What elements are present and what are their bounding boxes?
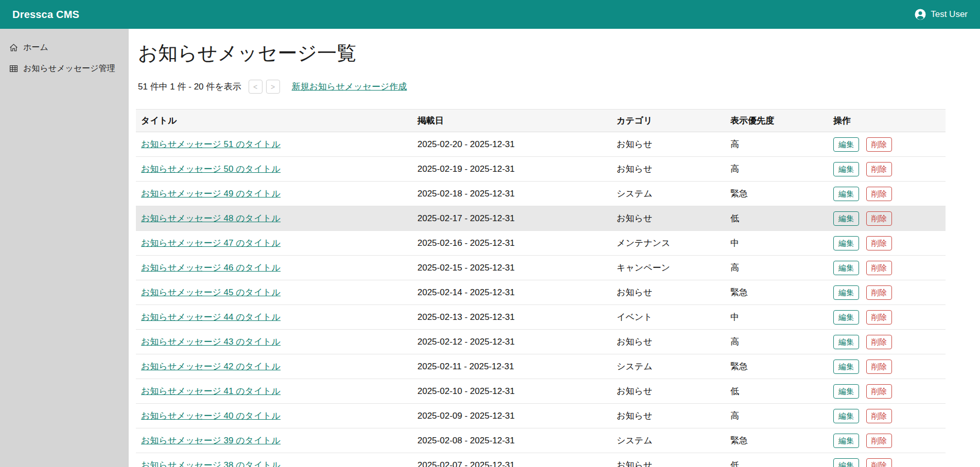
delete-button[interactable]: 削除: [866, 137, 892, 152]
layout: ホーム お知らせメッセージ管理 お知らせメッセージ一覧 51 件中 1 件 - …: [0, 29, 980, 467]
title-cell: お知らせメッセージ 38 のタイトル: [136, 453, 412, 467]
category-cell: システム: [611, 182, 725, 206]
period-cell: 2025-02-15 - 2025-12-31: [412, 256, 611, 280]
delete-button[interactable]: 削除: [866, 360, 892, 374]
edit-button[interactable]: 編集: [833, 360, 859, 374]
message-title-link[interactable]: お知らせメッセージ 40 のタイトル: [141, 411, 281, 421]
edit-button[interactable]: 編集: [833, 458, 859, 467]
table-row: お知らせメッセージ 40 のタイトル 2025-02-09 - 2025-12-…: [136, 404, 946, 428]
sidebar-item-message-admin[interactable]: お知らせメッセージ管理: [0, 58, 129, 79]
actions-cell: 編集 削除: [828, 206, 946, 231]
edit-button[interactable]: 編集: [833, 310, 859, 325]
edit-button[interactable]: 編集: [833, 211, 859, 226]
title-cell: お知らせメッセージ 42 のタイトル: [136, 354, 412, 379]
edit-button[interactable]: 編集: [833, 285, 859, 300]
edit-button[interactable]: 編集: [833, 137, 859, 152]
delete-button[interactable]: 削除: [866, 285, 892, 300]
actions-cell: 編集 削除: [828, 231, 946, 256]
delete-button[interactable]: 削除: [866, 458, 892, 467]
title-cell: お知らせメッセージ 51 のタイトル: [136, 132, 412, 157]
message-title-link[interactable]: お知らせメッセージ 45 のタイトル: [141, 288, 281, 297]
priority-cell: 緊急: [725, 280, 828, 305]
table-body: お知らせメッセージ 51 のタイトル 2025-02-20 - 2025-12-…: [136, 132, 946, 467]
edit-button[interactable]: 編集: [833, 434, 859, 448]
prev-page-button[interactable]: <: [249, 80, 262, 94]
delete-button[interactable]: 削除: [866, 434, 892, 448]
message-title-link[interactable]: お知らせメッセージ 46 のタイトル: [141, 263, 281, 273]
message-title-link[interactable]: お知らせメッセージ 47 のタイトル: [141, 238, 281, 248]
edit-button[interactable]: 編集: [833, 162, 859, 176]
title-cell: お知らせメッセージ 45 のタイトル: [136, 280, 412, 305]
delete-button[interactable]: 削除: [866, 261, 892, 275]
priority-cell: 低: [725, 379, 828, 404]
priority-cell: 中: [725, 305, 828, 330]
priority-cell: 高: [725, 330, 828, 354]
column-header-title: タイトル: [136, 110, 412, 132]
period-cell: 2025-02-17 - 2025-12-31: [412, 206, 611, 231]
message-title-link[interactable]: お知らせメッセージ 50 のタイトル: [141, 164, 281, 174]
period-cell: 2025-02-18 - 2025-12-31: [412, 182, 611, 206]
delete-button[interactable]: 削除: [866, 187, 892, 201]
title-cell: お知らせメッセージ 40 のタイトル: [136, 404, 412, 428]
edit-button[interactable]: 編集: [833, 384, 859, 399]
category-cell: お知らせ: [611, 206, 725, 231]
edit-button[interactable]: 編集: [833, 187, 859, 201]
actions-cell: 編集 削除: [828, 428, 946, 453]
column-header-actions: 操作: [828, 110, 946, 132]
category-cell: お知らせ: [611, 404, 725, 428]
column-header-category: カテゴリ: [611, 110, 725, 132]
actions-cell: 編集 削除: [828, 305, 946, 330]
message-title-link[interactable]: お知らせメッセージ 48 のタイトル: [141, 213, 281, 223]
period-cell: 2025-02-11 - 2025-12-31: [412, 354, 611, 379]
period-cell: 2025-02-10 - 2025-12-31: [412, 379, 611, 404]
table-row: お知らせメッセージ 45 のタイトル 2025-02-14 - 2025-12-…: [136, 280, 946, 305]
user-name: Test User: [931, 9, 968, 20]
edit-button[interactable]: 編集: [833, 236, 859, 250]
priority-cell: 緊急: [725, 354, 828, 379]
sidebar-item-home[interactable]: ホーム: [0, 37, 129, 58]
app-header: Dressca CMS Test User: [0, 0, 980, 29]
category-cell: システム: [611, 354, 725, 379]
title-cell: お知らせメッセージ 48 のタイトル: [136, 206, 412, 231]
edit-button[interactable]: 編集: [833, 261, 859, 275]
column-header-priority: 表示優先度: [725, 110, 828, 132]
actions-cell: 編集 削除: [828, 379, 946, 404]
delete-button[interactable]: 削除: [866, 409, 892, 423]
next-page-button[interactable]: >: [266, 80, 280, 94]
message-title-link[interactable]: お知らせメッセージ 44 のタイトル: [141, 312, 281, 322]
edit-button[interactable]: 編集: [833, 335, 859, 349]
message-title-link[interactable]: お知らせメッセージ 42 のタイトル: [141, 362, 281, 371]
edit-button[interactable]: 編集: [833, 409, 859, 423]
message-title-link[interactable]: お知らせメッセージ 41 のタイトル: [141, 386, 281, 396]
table-row: お知らせメッセージ 48 のタイトル 2025-02-17 - 2025-12-…: [136, 206, 946, 231]
table-row: お知らせメッセージ 39 のタイトル 2025-02-08 - 2025-12-…: [136, 428, 946, 453]
message-title-link[interactable]: お知らせメッセージ 51 のタイトル: [141, 139, 281, 149]
message-title-link[interactable]: お知らせメッセージ 49 のタイトル: [141, 189, 281, 199]
delete-button[interactable]: 削除: [866, 236, 892, 250]
user-menu[interactable]: Test User: [915, 9, 968, 20]
message-title-link[interactable]: お知らせメッセージ 39 のタイトル: [141, 436, 281, 445]
category-cell: お知らせ: [611, 157, 725, 182]
table-row: お知らせメッセージ 47 のタイトル 2025-02-16 - 2025-12-…: [136, 231, 946, 256]
actions-cell: 編集 削除: [828, 453, 946, 467]
sidebar: ホーム お知らせメッセージ管理: [0, 29, 129, 467]
delete-button[interactable]: 削除: [866, 162, 892, 176]
create-message-link[interactable]: 新規お知らせメッセージ作成: [292, 81, 407, 93]
actions-cell: 編集 削除: [828, 354, 946, 379]
period-cell: 2025-02-09 - 2025-12-31: [412, 404, 611, 428]
category-cell: イベント: [611, 305, 725, 330]
category-cell: メンテナンス: [611, 231, 725, 256]
actions-cell: 編集 削除: [828, 256, 946, 280]
period-cell: 2025-02-13 - 2025-12-31: [412, 305, 611, 330]
table-row: お知らせメッセージ 46 のタイトル 2025-02-15 - 2025-12-…: [136, 256, 946, 280]
delete-button[interactable]: 削除: [866, 211, 892, 226]
priority-cell: 高: [725, 132, 828, 157]
message-title-link[interactable]: お知らせメッセージ 38 のタイトル: [141, 460, 281, 467]
delete-button[interactable]: 削除: [866, 310, 892, 325]
category-cell: お知らせ: [611, 280, 725, 305]
priority-cell: 高: [725, 157, 828, 182]
delete-button[interactable]: 削除: [866, 335, 892, 349]
title-cell: お知らせメッセージ 44 のタイトル: [136, 305, 412, 330]
delete-button[interactable]: 削除: [866, 384, 892, 399]
message-title-link[interactable]: お知らせメッセージ 43 のタイトル: [141, 337, 281, 347]
